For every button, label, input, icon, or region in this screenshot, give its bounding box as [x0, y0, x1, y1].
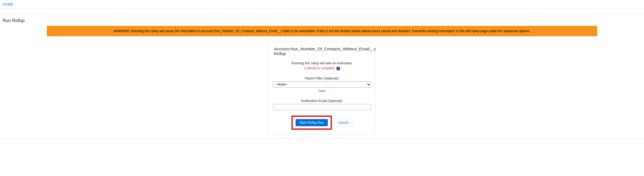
new-filter-link[interactable]: New: [273, 89, 371, 93]
rollup-card: Account.rhuc_Number_Of_Contacts_Without_…: [268, 42, 376, 134]
content-wrap: WARNING: Running this rollup will cause …: [47, 26, 597, 134]
estimate-intro: Running this rollup will take an estimat…: [273, 61, 371, 65]
estimate-time: 1 minute to complete i: [273, 66, 371, 70]
email-input[interactable]: [273, 104, 371, 110]
card-title: Account.rhuc_Number_Of_Contacts_Without_…: [273, 46, 371, 56]
nav-home-link[interactable]: HOME: [3, 2, 13, 6]
info-icon[interactable]: i: [336, 67, 340, 70]
cancel-button[interactable]: Cancel: [334, 119, 352, 127]
estimate-time-text: 1 minute to complete: [304, 66, 334, 70]
button-row: Start Rollup Run Cancel: [273, 116, 371, 130]
spacer-bar: [0, 9, 644, 14]
parent-filter-label: Parent Filter (Optional):: [273, 76, 371, 80]
parent-filter-select[interactable]: --None--: [273, 81, 371, 87]
start-button-highlight: Start Rollup Run: [291, 116, 332, 130]
top-nav: HOME: [0, 0, 644, 9]
email-label: Notification Email (Optional):: [273, 99, 371, 103]
page-title: Run Rollup: [0, 14, 644, 26]
bottom-divider: [0, 138, 644, 139]
start-rollup-button[interactable]: Start Rollup Run: [296, 119, 328, 126]
warning-banner: WARNING: Running this rollup will cause …: [47, 26, 597, 36]
